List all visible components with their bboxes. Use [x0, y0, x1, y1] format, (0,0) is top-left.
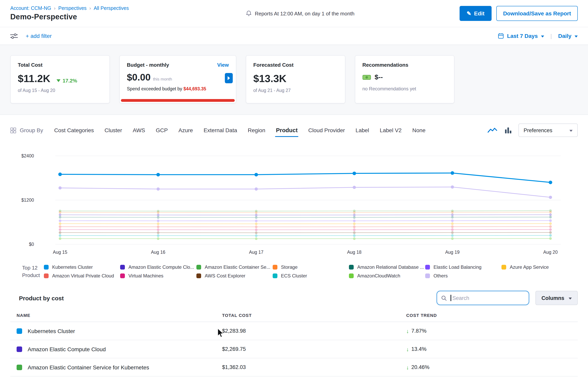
- trend-down-icon: ↓: [406, 346, 409, 352]
- legend-item[interactable]: AWS Cost Explorer: [196, 273, 273, 279]
- budget-view-link[interactable]: View: [217, 62, 229, 68]
- groupby-tab-label-v2[interactable]: Label V2: [380, 127, 402, 134]
- forecasted-cost-period: of Aug 21 - Aug 27: [253, 88, 338, 93]
- legend-item[interactable]: AmazonCloudWatch: [349, 273, 425, 279]
- groupby-tab-azure[interactable]: Azure: [178, 127, 193, 134]
- legend-swatch: [44, 265, 49, 269]
- product-name-cell[interactable]: Amazon Elastic Container Service for Kub…: [17, 364, 222, 370]
- line-chart-toggle-button[interactable]: [487, 126, 498, 134]
- download-save-report-button[interactable]: Download/Save as Report: [496, 6, 578, 21]
- legend-label: Amazon Elastic Compute Clo...: [128, 264, 194, 270]
- groupby-tab-external-data[interactable]: External Data: [204, 127, 237, 134]
- budget-expand-button[interactable]: [225, 73, 233, 83]
- table-row[interactable]: Amazon Elastic Container Service for Kub…: [10, 358, 578, 377]
- search-box[interactable]: [437, 291, 529, 305]
- legend-swatch: [349, 265, 354, 269]
- breadcrumb-separator-icon: ›: [89, 5, 91, 11]
- chart-series: [59, 219, 552, 222]
- product-color-swatch: [17, 346, 22, 352]
- column-header-cost-trend[interactable]: COST TREND: [406, 313, 578, 318]
- groupby-tab-cloud-provider[interactable]: Cloud Provider: [308, 127, 345, 134]
- legend-swatch: [502, 265, 506, 269]
- legend-item[interactable]: Others: [425, 273, 502, 279]
- search-input[interactable]: [452, 295, 525, 301]
- groupby-tab-none[interactable]: None: [412, 127, 426, 134]
- table-row[interactable]: Amazon Elastic Compute Cloud$2,269.75↓13…: [10, 340, 578, 358]
- preferences-button[interactable]: Preferences: [518, 124, 578, 137]
- legend-label: Amazon Elastic Container Se...: [205, 264, 270, 270]
- legend-title-line2: Product: [22, 271, 44, 279]
- budget-value-suffix: this month: [153, 76, 172, 81]
- groupby-tab-cost-categories[interactable]: Cost Categories: [54, 127, 94, 134]
- date-range-selector[interactable]: Last 7 Days: [507, 33, 538, 39]
- group-by-label: Group By: [10, 127, 43, 134]
- pencil-icon: ✎: [467, 10, 471, 17]
- legend-label: Elastic Load Balancing: [434, 264, 482, 270]
- cost-line-chart[interactable]: $2400$1200$0Aug 15Aug 16Aug 17Aug 18Aug …: [10, 146, 578, 259]
- breadcrumb-account-link[interactable]: Account: CCM-NG: [10, 5, 51, 11]
- money-icon: [362, 74, 371, 80]
- breadcrumb-perspectives-link[interactable]: Perspectives: [58, 5, 86, 11]
- legend-item[interactable]: Amazon Virtual Private Cloud: [44, 273, 120, 279]
- chart-series: [59, 186, 552, 199]
- legend-item[interactable]: Kubernetes Cluster: [44, 264, 120, 270]
- chevron-down-icon: [569, 130, 573, 132]
- bell-icon: [246, 10, 252, 17]
- product-name-cell[interactable]: Amazon Elastic Compute Cloud: [17, 346, 222, 352]
- chevron-down-icon: [575, 35, 578, 37]
- legend-item[interactable]: ECS Cluster: [273, 273, 349, 279]
- trend-value: 7.87%: [411, 328, 427, 334]
- groupby-tab-label[interactable]: Label: [356, 127, 369, 134]
- divider: |: [550, 33, 552, 39]
- groupby-tab-aws[interactable]: AWS: [133, 127, 145, 134]
- header-left: Account: CCM-NG › Perspectives › All Per…: [10, 5, 141, 21]
- product-name-cell[interactable]: Kubernetes Cluster: [17, 328, 222, 334]
- total-cost-cell: $2,283.98: [222, 328, 406, 334]
- legend-item[interactable]: Virtual Machines: [120, 273, 196, 279]
- chart-series: [59, 213, 552, 216]
- column-header-name[interactable]: NAME: [17, 313, 222, 318]
- legend-item[interactable]: Amazon Elastic Compute Clo...: [120, 264, 196, 270]
- search-icon: [441, 295, 447, 301]
- legend-label: Kubernetes Cluster: [52, 264, 93, 270]
- product-name: Amazon Elastic Compute Cloud: [28, 346, 106, 352]
- table-header-row: NAME TOTAL COST COST TREND: [10, 313, 578, 322]
- perspective-dashboard: Account: CCM-NG › Perspectives › All Per…: [0, 0, 588, 382]
- groupby-tab-region[interactable]: Region: [248, 127, 265, 134]
- legend-item[interactable]: Amazon Relational Database ...: [349, 264, 425, 270]
- legend-label: AWS Cost Explorer: [205, 273, 245, 279]
- line-chart-icon: [488, 127, 497, 134]
- total-cost-trend: 17.2%: [57, 78, 77, 84]
- report-schedule-note: Reports At 12:00 AM, on day 1 of the mon…: [141, 10, 460, 17]
- text-caret: [450, 295, 451, 301]
- legend-item[interactable]: Storage: [273, 264, 349, 270]
- add-filter-button[interactable]: + add filter: [26, 33, 52, 39]
- product-color-swatch: [17, 364, 22, 370]
- chart-series: [59, 222, 552, 225]
- groupby-tab-product[interactable]: Product: [276, 127, 298, 134]
- trend-value: 13.4%: [411, 346, 427, 352]
- legend-item[interactable]: Elastic Load Balancing: [425, 264, 502, 270]
- table-row[interactable]: Kubernetes Cluster$2,283.98↓7.87%: [10, 322, 578, 340]
- edit-button[interactable]: ✎ Edit: [460, 6, 492, 21]
- breadcrumb-all-perspectives-link[interactable]: All Perspectives: [94, 5, 129, 11]
- trend-down-icon: ↓: [406, 328, 409, 334]
- column-header-total-cost[interactable]: TOTAL COST: [222, 313, 406, 318]
- groupby-tab-cluster[interactable]: Cluster: [105, 127, 122, 134]
- columns-button[interactable]: Columns: [535, 291, 578, 305]
- filter-sliders-icon[interactable]: [10, 33, 18, 39]
- legend-swatch: [425, 265, 430, 269]
- chart-series: [59, 216, 552, 219]
- bar-chart-toggle-button[interactable]: [504, 126, 513, 134]
- chart-series: [59, 228, 552, 231]
- svg-text:$2400: $2400: [21, 153, 34, 158]
- groupby-tabs: Cost CategoriesClusterAWSGCPAzureExterna…: [54, 127, 425, 134]
- legend-label: ECS Cluster: [281, 273, 307, 279]
- legend-swatch: [273, 265, 277, 269]
- legend-label: Azure App Service: [510, 264, 549, 270]
- grid-icon: [10, 127, 16, 133]
- legend-item[interactable]: Amazon Elastic Container Se...: [196, 264, 273, 270]
- groupby-tab-gcp[interactable]: GCP: [156, 127, 168, 134]
- granularity-selector[interactable]: Daily: [558, 33, 571, 39]
- legend-item[interactable]: Azure App Service: [502, 264, 578, 270]
